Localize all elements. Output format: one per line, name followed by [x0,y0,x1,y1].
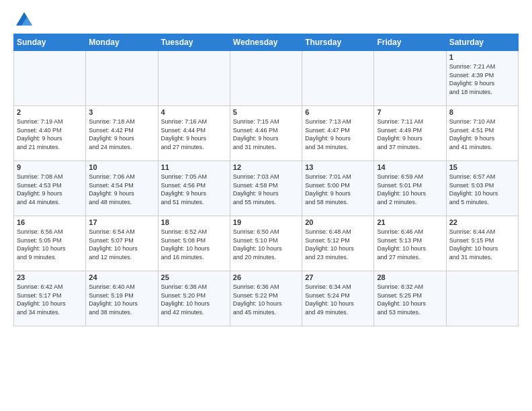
calendar-week-row: 1Sunrise: 7:21 AM Sunset: 4:39 PM Daylig… [14,51,519,106]
calendar-cell: 15Sunrise: 6:57 AM Sunset: 5:03 PM Dayli… [446,161,518,216]
calendar-cell: 21Sunrise: 6:46 AM Sunset: 5:13 PM Dayli… [374,216,446,271]
day-info: Sunrise: 6:38 AM Sunset: 5:20 PM Dayligh… [161,283,227,316]
day-info: Sunrise: 7:19 AM Sunset: 4:40 PM Dayligh… [17,118,83,151]
calendar-week-row: 16Sunrise: 6:56 AM Sunset: 5:05 PM Dayli… [14,216,519,271]
calendar-cell: 4Sunrise: 7:16 AM Sunset: 4:44 PM Daylig… [158,106,230,161]
calendar-cell: 5Sunrise: 7:15 AM Sunset: 4:46 PM Daylig… [230,106,302,161]
day-number: 25 [161,273,227,281]
calendar-cell: 22Sunrise: 6:44 AM Sunset: 5:15 PM Dayli… [446,216,518,271]
day-number: 8 [449,108,515,116]
calendar-week-row: 9Sunrise: 7:08 AM Sunset: 4:53 PM Daylig… [14,161,519,216]
calendar-week-row: 2Sunrise: 7:19 AM Sunset: 4:40 PM Daylig… [14,106,519,161]
calendar-cell: 9Sunrise: 7:08 AM Sunset: 4:53 PM Daylig… [14,161,86,216]
calendar-cell [374,51,446,106]
calendar-cell [158,51,230,106]
day-number: 22 [449,218,515,226]
calendar-cell: 23Sunrise: 6:42 AM Sunset: 5:17 PM Dayli… [14,271,86,326]
day-info: Sunrise: 6:59 AM Sunset: 5:01 PM Dayligh… [377,173,443,206]
day-number: 17 [89,218,154,226]
calendar-cell [446,271,518,326]
day-number: 19 [233,218,299,226]
day-number: 7 [377,108,443,116]
calendar-cell: 14Sunrise: 6:59 AM Sunset: 5:01 PM Dayli… [374,161,446,216]
calendar-cell: 1Sunrise: 7:21 AM Sunset: 4:39 PM Daylig… [446,51,518,106]
calendar-cell: 18Sunrise: 6:52 AM Sunset: 5:08 PM Dayli… [158,216,230,271]
day-info: Sunrise: 6:44 AM Sunset: 5:15 PM Dayligh… [449,228,515,261]
calendar-cell [86,51,158,106]
weekday-header: Saturday [446,34,518,51]
day-info: Sunrise: 6:46 AM Sunset: 5:13 PM Dayligh… [377,228,443,261]
weekday-header: Thursday [302,34,374,51]
weekday-header: Tuesday [158,34,230,51]
weekday-header: Friday [374,34,446,51]
day-info: Sunrise: 6:36 AM Sunset: 5:22 PM Dayligh… [233,283,299,316]
day-number: 28 [377,273,443,281]
day-info: Sunrise: 7:06 AM Sunset: 4:54 PM Dayligh… [89,173,154,206]
calendar-cell: 16Sunrise: 6:56 AM Sunset: 5:05 PM Dayli… [14,216,86,271]
day-number: 16 [17,218,83,226]
day-info: Sunrise: 6:48 AM Sunset: 5:12 PM Dayligh… [305,228,371,261]
day-number: 21 [377,218,443,226]
day-number: 14 [377,163,443,171]
day-info: Sunrise: 6:32 AM Sunset: 5:25 PM Dayligh… [377,283,443,316]
day-number: 13 [305,163,371,171]
calendar-cell: 11Sunrise: 7:05 AM Sunset: 4:56 PM Dayli… [158,161,230,216]
day-number: 6 [305,108,371,116]
calendar-cell: 20Sunrise: 6:48 AM Sunset: 5:12 PM Dayli… [302,216,374,271]
page: SundayMondayTuesdayWednesdayThursdayFrid… [0,0,532,411]
day-info: Sunrise: 7:01 AM Sunset: 5:00 PM Dayligh… [305,173,371,206]
calendar-cell: 12Sunrise: 7:03 AM Sunset: 4:58 PM Dayli… [230,161,302,216]
calendar-header-row: SundayMondayTuesdayWednesdayThursdayFrid… [14,34,519,51]
day-number: 9 [17,163,83,171]
calendar-cell: 19Sunrise: 6:50 AM Sunset: 5:10 PM Dayli… [230,216,302,271]
weekday-header: Sunday [14,34,86,51]
calendar-cell: 13Sunrise: 7:01 AM Sunset: 5:00 PM Dayli… [302,161,374,216]
day-info: Sunrise: 6:52 AM Sunset: 5:08 PM Dayligh… [161,228,227,261]
day-number: 15 [449,163,515,171]
day-info: Sunrise: 6:40 AM Sunset: 5:19 PM Dayligh… [89,283,154,316]
calendar-cell: 26Sunrise: 6:36 AM Sunset: 5:22 PM Dayli… [230,271,302,326]
calendar-cell: 3Sunrise: 7:18 AM Sunset: 4:42 PM Daylig… [86,106,158,161]
logo-icon [15,11,34,30]
day-info: Sunrise: 7:08 AM Sunset: 4:53 PM Dayligh… [17,173,83,206]
day-info: Sunrise: 7:15 AM Sunset: 4:46 PM Dayligh… [233,118,299,151]
calendar-cell: 28Sunrise: 6:32 AM Sunset: 5:25 PM Dayli… [374,271,446,326]
day-info: Sunrise: 6:50 AM Sunset: 5:10 PM Dayligh… [233,228,299,261]
day-number: 1 [449,53,515,61]
calendar-cell: 2Sunrise: 7:19 AM Sunset: 4:40 PM Daylig… [14,106,86,161]
day-info: Sunrise: 6:34 AM Sunset: 5:24 PM Dayligh… [305,283,371,316]
day-info: Sunrise: 6:42 AM Sunset: 5:17 PM Dayligh… [17,283,83,316]
weekday-header: Monday [86,34,158,51]
day-number: 4 [161,108,227,116]
day-number: 5 [233,108,299,116]
day-info: Sunrise: 6:54 AM Sunset: 5:07 PM Dayligh… [89,228,154,261]
day-number: 26 [233,273,299,281]
day-number: 24 [89,273,154,281]
day-number: 27 [305,273,371,281]
day-number: 18 [161,218,227,226]
calendar-cell: 6Sunrise: 7:13 AM Sunset: 4:47 PM Daylig… [302,106,374,161]
weekday-header: Wednesday [230,34,302,51]
day-number: 23 [17,273,83,281]
calendar-cell: 27Sunrise: 6:34 AM Sunset: 5:24 PM Dayli… [302,271,374,326]
day-info: Sunrise: 6:57 AM Sunset: 5:03 PM Dayligh… [449,173,515,206]
calendar-cell: 25Sunrise: 6:38 AM Sunset: 5:20 PM Dayli… [158,271,230,326]
day-number: 3 [89,108,154,116]
day-info: Sunrise: 7:03 AM Sunset: 4:58 PM Dayligh… [233,173,299,206]
calendar-week-row: 23Sunrise: 6:42 AM Sunset: 5:17 PM Dayli… [14,271,519,326]
day-number: 11 [161,163,227,171]
day-info: Sunrise: 7:05 AM Sunset: 4:56 PM Dayligh… [161,173,227,206]
day-info: Sunrise: 7:16 AM Sunset: 4:44 PM Dayligh… [161,118,227,151]
calendar-cell [302,51,374,106]
calendar-cell: 24Sunrise: 6:40 AM Sunset: 5:19 PM Dayli… [86,271,158,326]
logo [13,11,34,27]
day-info: Sunrise: 7:21 AM Sunset: 4:39 PM Dayligh… [449,62,515,96]
day-number: 12 [233,163,299,171]
calendar-cell: 17Sunrise: 6:54 AM Sunset: 5:07 PM Dayli… [86,216,158,271]
day-number: 2 [17,108,83,116]
day-number: 20 [305,218,371,226]
header [13,11,519,27]
calendar-cell [14,51,86,106]
calendar: SundayMondayTuesdayWednesdayThursdayFrid… [13,34,519,326]
calendar-cell: 7Sunrise: 7:11 AM Sunset: 4:49 PM Daylig… [374,106,446,161]
